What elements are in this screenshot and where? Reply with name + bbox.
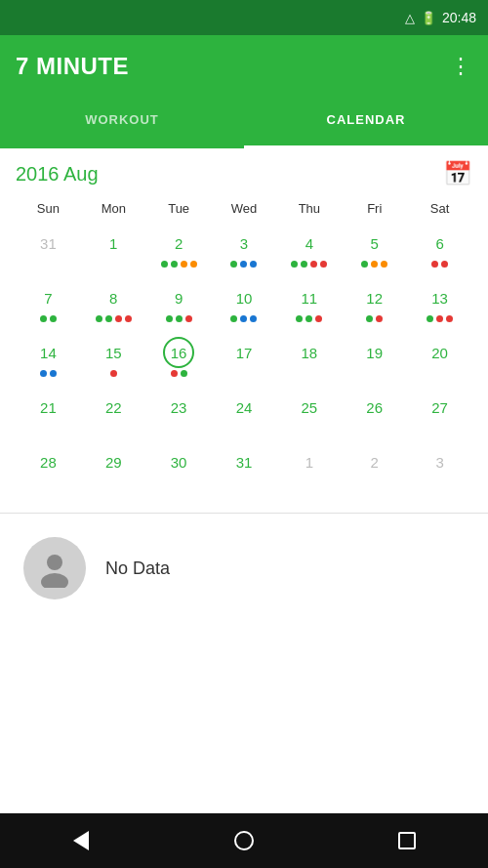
cal-cell[interactable]: 9 (146, 278, 212, 333)
cal-cell[interactable]: 12 (342, 278, 407, 333)
cal-cell[interactable]: 28 (16, 442, 81, 497)
cal-day-number: 26 (359, 392, 390, 423)
red-dot (115, 315, 122, 322)
cal-cell[interactable]: 6 (407, 224, 472, 278)
green-dot (427, 315, 433, 322)
status-icons: △ 🔋 20:48 (405, 10, 476, 25)
home-icon (234, 831, 254, 850)
blue-dot (40, 370, 47, 377)
orange-dot (371, 261, 378, 268)
calendar-container: 2016 Aug 📅 Sun Mon Tue Wed Thu Fri Sat 3… (0, 148, 488, 505)
blue-dot (250, 261, 257, 268)
cal-cell[interactable]: 22 (81, 388, 146, 442)
green-dot (301, 261, 307, 268)
cal-cell[interactable]: 20 (407, 333, 472, 388)
day-header-tue: Tue (146, 197, 212, 220)
green-dot (181, 370, 187, 377)
red-dot (436, 315, 443, 322)
cal-cell[interactable]: 1 (81, 224, 146, 278)
cal-day-number: 31 (228, 446, 260, 477)
cal-cell[interactable]: 7 (16, 278, 81, 333)
cal-cell[interactable]: 10 (212, 278, 277, 333)
blue-dot (240, 315, 247, 322)
cal-day-number: 31 (32, 227, 63, 259)
cal-cell[interactable]: 3 (212, 224, 277, 278)
cal-cell[interactable]: 4 (276, 224, 342, 278)
tab-workout[interactable]: WORKOUT (0, 98, 244, 148)
red-dot (185, 315, 192, 322)
cal-cell[interactable]: 19 (342, 333, 407, 388)
cal-day-number: 23 (163, 392, 194, 423)
cal-dots (110, 370, 117, 378)
cal-cell[interactable]: 31 (212, 442, 277, 497)
cal-day-number: 13 (425, 282, 456, 313)
recents-button[interactable] (386, 819, 428, 862)
cal-cell[interactable]: 5 (342, 224, 407, 278)
day-header-thu: Thu (276, 197, 342, 220)
cal-cell[interactable]: 17 (212, 333, 277, 388)
green-dot (230, 315, 237, 322)
battery-icon: 🔋 (421, 11, 436, 25)
avatar (23, 537, 86, 599)
tab-calendar[interactable]: CALENDAR (244, 98, 488, 148)
cal-cell[interactable]: 31 (16, 224, 81, 278)
cal-dots (96, 315, 132, 323)
cal-cell[interactable]: 21 (16, 388, 81, 442)
cal-cell[interactable]: 29 (81, 442, 146, 497)
cal-cell[interactable]: 25 (276, 388, 342, 442)
green-dot (105, 315, 112, 322)
red-dot (431, 261, 438, 268)
cal-dots (166, 315, 192, 323)
cal-cell[interactable]: 11 (276, 278, 342, 333)
cal-dots (361, 261, 387, 269)
status-time: 20:48 (442, 10, 476, 25)
cal-dots (366, 315, 383, 323)
calendar-grid: 3112345678910111213141516171819202122232… (16, 224, 472, 497)
cal-cell[interactable]: 18 (276, 333, 342, 388)
cal-cell[interactable]: 13 (407, 278, 472, 333)
green-dot (96, 315, 102, 322)
cal-cell[interactable]: 30 (146, 442, 212, 497)
blue-dot (250, 315, 257, 322)
cal-day-number: 21 (32, 392, 63, 423)
cal-day-number: 3 (425, 446, 456, 477)
svg-point-1 (41, 573, 68, 588)
cal-day-number: 1 (294, 446, 325, 477)
cal-day-number: 2 (359, 446, 390, 477)
green-dot (361, 261, 368, 268)
cal-cell[interactable]: 8 (81, 278, 146, 333)
back-button[interactable] (60, 819, 102, 862)
cal-cell[interactable]: 14 (16, 333, 81, 388)
cal-day-number: 14 (32, 337, 63, 368)
more-options-icon[interactable]: ⋮ (450, 54, 472, 79)
day-header-fri: Fri (342, 197, 407, 220)
cal-cell[interactable]: 27 (407, 388, 472, 442)
calendar-month-title: 2016 Aug (16, 163, 99, 186)
green-dot (305, 315, 312, 322)
app-bar: 7 MINUTE ⋮ (0, 35, 488, 98)
cal-cell[interactable]: 15 (81, 333, 146, 388)
cal-cell[interactable]: 23 (146, 388, 212, 442)
cal-cell[interactable]: 2 (342, 442, 407, 497)
cal-day-number: 6 (425, 227, 456, 259)
cal-day-number: 9 (163, 282, 194, 313)
cal-day-number: 17 (228, 337, 260, 368)
cal-cell[interactable]: 2 (146, 224, 212, 278)
cal-cell[interactable]: 1 (276, 442, 342, 497)
day-header-wed: Wed (212, 197, 277, 220)
no-data-section: No Data (0, 514, 488, 623)
person-icon (35, 549, 74, 588)
cal-cell[interactable]: 26 (342, 388, 407, 442)
orange-dot (381, 261, 387, 268)
red-dot (320, 261, 327, 268)
cal-cell[interactable]: 16 (146, 333, 212, 388)
green-dot (296, 315, 303, 322)
home-button[interactable] (223, 819, 265, 862)
cal-cell[interactable]: 24 (212, 388, 277, 442)
green-dot (171, 261, 178, 268)
cal-cell[interactable]: 3 (407, 442, 472, 497)
blue-dot (50, 370, 57, 377)
green-dot (166, 315, 173, 322)
calendar-icon[interactable]: 📅 (443, 160, 472, 187)
orange-dot (190, 261, 197, 268)
